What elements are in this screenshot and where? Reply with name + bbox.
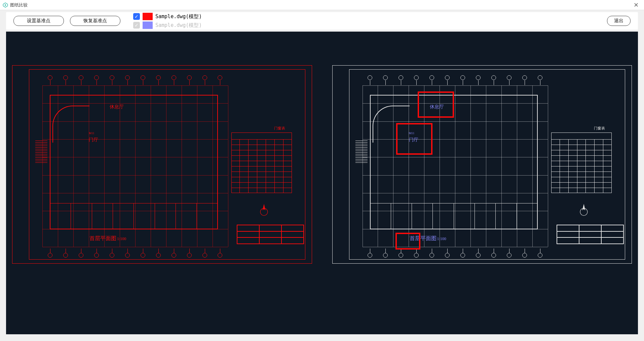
- difference-marker[interactable]: [418, 91, 454, 118]
- left-drawing-pane[interactable]: 休息厅 M11 门厅 门窗表 首层平面图1:100: [9, 38, 315, 328]
- plan-scale: 1:100: [437, 236, 446, 241]
- set-basepoint-button[interactable]: 设置基准点: [13, 16, 64, 26]
- grid-bubbles-bottom: [363, 250, 548, 260]
- room-label-hall-code: M11: [89, 131, 94, 135]
- file-checkbox-1[interactable]: ✓: [133, 13, 140, 20]
- south-rooms: [370, 203, 538, 229]
- svg-point-4: [580, 208, 588, 216]
- grid-bubbles-bottom: [42, 250, 228, 260]
- difference-marker[interactable]: [395, 233, 420, 250]
- room-label-hall: 门厅: [89, 137, 98, 143]
- file-swatch-2: [143, 22, 153, 29]
- file-checkbox-2[interactable]: ✓: [133, 22, 140, 29]
- title-block: [557, 225, 624, 244]
- schedule-title: 门窗表: [274, 126, 285, 131]
- file-legend-1: ✓ Sample.dwg(模型) ✓ Sample.dwg(模型): [133, 13, 202, 29]
- entrance-steps: [356, 139, 368, 173]
- grid-bubbles-top: [42, 73, 228, 83]
- restore-basepoint-button[interactable]: 恢复基准点: [70, 16, 120, 26]
- titlebar: 图纸比较 ✕: [0, 0, 644, 10]
- close-icon[interactable]: ✕: [631, 1, 641, 9]
- room-label-lounge: 休息厅: [110, 104, 124, 110]
- app-icon: [3, 2, 8, 8]
- right-drawing-pane[interactable]: 休息厅 M11 门厅 门窗表 首层平面图1:100: [329, 38, 636, 328]
- schedule-rows: [551, 139, 612, 193]
- schedule-title: 门窗表: [594, 126, 605, 131]
- plan-scale: 1:100: [117, 236, 126, 241]
- file-swatch-1: [143, 13, 153, 20]
- exit-button[interactable]: 退出: [607, 16, 631, 26]
- drawing-comparison-viewer[interactable]: 休息厅 M11 门厅 门窗表 首层平面图1:100 休息厅 M11 门厅 门窗表: [6, 32, 638, 334]
- grid-bubbles-top: [363, 73, 548, 83]
- svg-marker-5: [582, 204, 585, 211]
- window-title: 图纸比较: [10, 2, 28, 8]
- schedule-rows: [231, 139, 292, 193]
- file-label-1: Sample.dwg(模型): [155, 13, 202, 20]
- north-arrow-icon: [260, 203, 268, 216]
- svg-point-2: [260, 208, 268, 216]
- south-rooms: [50, 203, 218, 229]
- svg-marker-3: [262, 204, 265, 211]
- plan-title: 首层平面图1:100: [89, 235, 126, 242]
- file-label-2: Sample.dwg(模型): [155, 22, 202, 29]
- plan-title-text: 首层平面图: [89, 235, 116, 241]
- difference-marker[interactable]: [396, 123, 432, 155]
- north-arrow-icon: [579, 203, 588, 216]
- title-block: [237, 225, 304, 244]
- svg-point-1: [5, 4, 6, 6]
- toolbar: 设置基准点 恢复基准点 ✓ Sample.dwg(模型) ✓ Sample.dw…: [6, 12, 638, 30]
- entrance-steps: [36, 139, 48, 173]
